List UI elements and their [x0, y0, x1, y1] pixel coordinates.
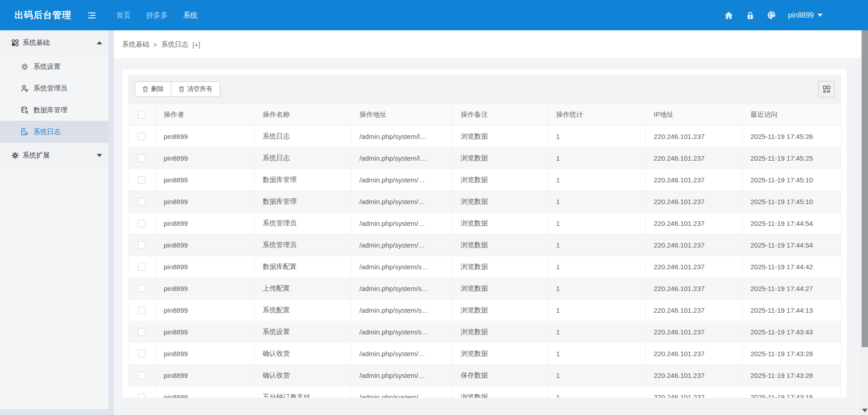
column-filter-button[interactable] — [818, 81, 835, 97]
sidebar-item-label: 数据库管理 — [33, 106, 67, 114]
sidebar-horizontal-scrollbar[interactable] — [0, 409, 108, 415]
log-file-icon — [20, 128, 28, 136]
cell-op-url: /admin.php/system/… — [351, 169, 453, 191]
cell-operator: pin8899 — [156, 148, 255, 169]
collapse-sidebar-icon[interactable] — [86, 10, 98, 21]
row-checkbox[interactable] — [138, 350, 146, 358]
sidebar-item-system-settings[interactable]: 系统设置 — [0, 56, 108, 77]
row-checkbox[interactable] — [138, 241, 146, 249]
gear-filled-icon — [11, 151, 19, 159]
palette-icon[interactable] — [767, 11, 776, 20]
cell-op-name: 上传配置 — [255, 278, 351, 300]
sidebar-group-system-basic[interactable]: 系统基础 — [0, 30, 108, 56]
cell-last-visit: 2025-11-19 17:43:28 — [742, 365, 841, 386]
cell-op-remark: 浏览数据 — [453, 386, 548, 399]
sidebar-vertical-scrollbar[interactable] — [108, 30, 114, 415]
row-checkbox[interactable] — [138, 219, 146, 227]
cell-ip-address: 220.246.101.237 — [646, 343, 742, 365]
breadcrumb-item[interactable]: 系统日志 — [161, 40, 189, 49]
cell-op-count: 1 — [548, 213, 646, 234]
select-all-checkbox[interactable] — [138, 111, 146, 119]
row-checkbox[interactable] — [138, 306, 146, 314]
username: pin8899 — [788, 11, 814, 19]
table-row: pin8899五分钟订单支付/admin.php/system/…浏览数据122… — [128, 386, 841, 399]
table-row: pin8899系统管理员/admin.php/system/…浏览数据1220.… — [128, 213, 841, 234]
cell-op-remark: 浏览数据 — [453, 213, 548, 234]
row-checkbox[interactable] — [138, 133, 146, 140]
cell-operator: pin8899 — [156, 343, 255, 365]
row-checkbox-cell — [128, 300, 156, 321]
row-checkbox-cell — [128, 386, 156, 399]
cell-ip-address: 220.246.101.237 — [646, 365, 742, 386]
cell-operator: pin8899 — [156, 213, 255, 234]
row-checkbox-cell — [128, 321, 156, 343]
cell-op-name: 确认收货 — [255, 343, 351, 365]
cell-ip-address: 220.246.101.237 — [646, 169, 742, 191]
cell-ip-address: 220.246.101.237 — [646, 148, 742, 169]
cell-operator: pin8899 — [156, 300, 255, 321]
cell-op-count: 1 — [548, 278, 646, 300]
row-checkbox[interactable] — [138, 285, 146, 292]
chevron-up-icon — [97, 41, 102, 44]
cell-op-remark: 浏览数据 — [453, 148, 548, 169]
sidebar-item-system-admin[interactable]: 系统管理员 — [0, 77, 108, 99]
sidebar-item-database[interactable]: 数据库管理 — [0, 99, 108, 121]
column-header-6: 最近访问 — [742, 104, 841, 126]
cell-operator: pin8899 — [156, 278, 255, 300]
cell-last-visit: 2025-11-19 17:43:43 — [742, 321, 841, 343]
home-icon[interactable] — [724, 11, 733, 20]
row-checkbox[interactable] — [138, 176, 146, 184]
cell-op-url: /admin.php/system/s… — [351, 321, 453, 343]
top-nav: 首页 拼多多 系统 — [108, 0, 205, 30]
topnav-item-system[interactable]: 系统 — [175, 0, 205, 30]
lock-icon[interactable] — [745, 11, 755, 20]
scrollbar-thumb[interactable] — [862, 30, 868, 347]
row-checkbox-cell — [128, 343, 156, 365]
cell-op-url: /admin.php/system/s… — [351, 300, 453, 321]
gear-icon — [20, 62, 28, 71]
toolbar-button-group: 删除 清空所有 — [135, 81, 220, 97]
column-header-1: 操作名称 — [255, 104, 351, 126]
select-all-cell — [128, 104, 156, 126]
row-checkbox[interactable] — [138, 154, 146, 162]
cell-op-name: 系统日志 — [255, 148, 351, 169]
table-row: pin8899确认收货/admin.php/system/…浏览数据1220.2… — [128, 343, 841, 365]
sidebar-item-label: 系统日志 — [33, 128, 61, 136]
topnav-item-pdd[interactable]: 拼多多 — [138, 0, 175, 30]
sidebar-group-label: 系统基础 — [23, 38, 50, 47]
row-checkbox[interactable] — [138, 372, 146, 379]
table-row: pin8899确认收货/admin.php/system/…保存数据1220.2… — [128, 365, 841, 386]
row-checkbox[interactable] — [138, 393, 146, 398]
cell-op-count: 1 — [548, 365, 646, 386]
scrollbar-down-arrow-icon[interactable] — [862, 409, 868, 412]
row-checkbox[interactable] — [138, 328, 146, 336]
cell-last-visit: 2025-11-19 17:44:27 — [742, 278, 841, 300]
sidebar-group-system-extend[interactable]: 系统扩展 — [0, 143, 108, 168]
table-header: 操作者操作名称操作地址操作备注操作统计IP地址最近访问 — [128, 104, 841, 126]
content-area: 删除 清空所有 — [114, 59, 861, 398]
topbar-right: pin8899 — [724, 11, 868, 20]
cell-ip-address: 220.246.101.237 — [646, 213, 742, 234]
breadcrumb-item[interactable]: 系统基础 — [122, 40, 149, 49]
cell-op-name: 系统日志 — [255, 126, 351, 148]
sidebar-item-system-log[interactable]: 系统日志 — [0, 121, 108, 143]
app-title: 出码后台管理 — [14, 9, 86, 21]
cell-op-count: 1 — [548, 234, 646, 256]
row-checkbox-cell — [128, 191, 156, 213]
cell-last-visit: 2025-11-19 17:44:42 — [742, 256, 841, 278]
sidebar-group-label: 系统扩展 — [23, 151, 50, 160]
row-checkbox[interactable] — [138, 263, 146, 271]
page-scrollbar[interactable] — [861, 30, 868, 415]
cell-op-url: /admin.php/system/… — [351, 234, 453, 256]
cell-last-visit: 2025-11-19 17:44:54 — [742, 213, 841, 234]
cell-operator: pin8899 — [156, 365, 255, 386]
trash-icon — [142, 86, 148, 92]
user-menu[interactable]: pin8899 — [788, 11, 823, 19]
table-row: pin8899系统日志/admin.php/system/l…浏览数据1220.… — [128, 126, 841, 148]
delete-button[interactable]: 删除 — [135, 81, 171, 97]
row-checkbox[interactable] — [138, 198, 146, 205]
breadcrumb-open-tab[interactable]: [+] — [193, 41, 200, 48]
cell-ip-address: 220.246.101.237 — [646, 321, 742, 343]
clear-all-button[interactable]: 清空所有 — [171, 81, 220, 97]
topnav-item-home[interactable]: 首页 — [108, 0, 138, 30]
